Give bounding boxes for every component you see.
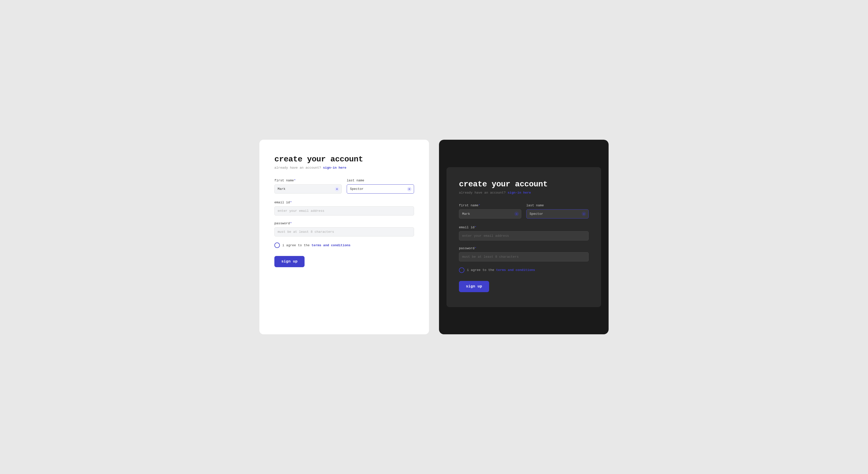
light-first-name-clear-icon[interactable]: ✕	[335, 187, 339, 191]
light-last-name-label: last name	[347, 179, 414, 182]
light-sign-in-link[interactable]: sign-in here	[323, 166, 346, 170]
light-last-name-group: last name ✕	[347, 179, 414, 194]
dark-password-label: password*	[459, 246, 589, 250]
light-password-group: password*	[274, 221, 414, 237]
dark-first-name-label: first name*	[459, 204, 521, 207]
dark-form-title: create your account	[459, 180, 589, 189]
dark-subtitle-text: already have an account?	[459, 191, 505, 195]
dark-terms-link[interactable]: terms and conditions	[496, 268, 535, 272]
dark-password-required: *	[474, 246, 476, 250]
light-terms-checkbox[interactable]	[274, 242, 280, 248]
light-checkbox-row: i agree to the terms and conditions	[274, 242, 414, 248]
light-last-name-clear-icon[interactable]: ✕	[407, 187, 411, 191]
dark-email-required: *	[474, 226, 476, 229]
light-signup-button[interactable]: sign up	[274, 256, 305, 267]
dark-first-name-input[interactable]	[459, 209, 521, 218]
light-first-name-input[interactable]	[274, 184, 342, 194]
light-subtitle-text: already have an account?	[274, 166, 321, 170]
dark-card: create your account already have an acco…	[446, 167, 601, 307]
light-first-name-required: *	[294, 179, 296, 182]
light-password-input[interactable]	[274, 227, 414, 237]
dark-checkbox-row: i agree to the terms and conditions	[459, 267, 589, 273]
light-email-input-wrapper	[274, 206, 414, 215]
dark-name-row: first name* ✕ last name ✕	[459, 204, 589, 218]
dark-email-group: email id*	[459, 226, 589, 240]
dark-first-name-group: first name* ✕	[459, 204, 521, 218]
dark-terms-checkbox[interactable]	[459, 267, 464, 273]
dark-first-name-required: *	[478, 204, 480, 207]
light-first-name-input-wrapper: ✕	[274, 184, 342, 194]
light-terms-link[interactable]: terms and conditions	[312, 243, 350, 247]
light-checkbox-label: i agree to the terms and conditions	[282, 243, 350, 247]
dark-subtitle: already have an account? sign-in here	[459, 191, 589, 195]
dark-email-label: email id*	[459, 226, 589, 229]
light-first-name-group: first name* ✕	[274, 179, 342, 194]
light-password-label: password*	[274, 221, 414, 225]
dark-last-name-label: last name	[526, 204, 589, 207]
dark-card-wrapper: create your account already have an acco…	[439, 140, 609, 334]
light-last-name-input[interactable]	[347, 184, 414, 194]
light-password-required: *	[290, 221, 292, 225]
light-email-input[interactable]	[274, 206, 414, 215]
dark-email-input-wrapper	[459, 231, 589, 240]
dark-last-name-clear-icon[interactable]: ✕	[582, 212, 586, 216]
dark-email-input[interactable]	[459, 231, 589, 240]
light-card: create your account already have an acco…	[259, 140, 429, 334]
light-first-name-label: first name*	[274, 179, 342, 182]
page-wrapper: create your account already have an acco…	[10, 140, 858, 334]
dark-password-input[interactable]	[459, 252, 589, 262]
dark-last-name-input-wrapper: ✕	[526, 209, 589, 218]
light-email-required: *	[290, 201, 292, 204]
light-name-row: first name* ✕ last name ✕	[274, 179, 414, 194]
dark-last-name-group: last name ✕	[526, 204, 589, 218]
dark-last-name-input[interactable]	[526, 209, 589, 218]
dark-signup-button[interactable]: sign up	[459, 281, 489, 292]
dark-first-name-clear-icon[interactable]: ✕	[514, 212, 519, 216]
light-subtitle: already have an account? sign-in here	[274, 166, 414, 170]
light-email-group: email id*	[274, 201, 414, 215]
dark-first-name-input-wrapper: ✕	[459, 209, 521, 218]
dark-password-input-wrapper	[459, 252, 589, 262]
light-email-label: email id*	[274, 201, 414, 204]
light-password-input-wrapper	[274, 227, 414, 237]
dark-password-group: password*	[459, 246, 589, 262]
light-last-name-input-wrapper: ✕	[347, 184, 414, 194]
light-form-title: create your account	[274, 155, 414, 164]
dark-sign-in-link[interactable]: sign-in here	[507, 191, 531, 195]
dark-checkbox-label: i agree to the terms and conditions	[467, 268, 535, 272]
